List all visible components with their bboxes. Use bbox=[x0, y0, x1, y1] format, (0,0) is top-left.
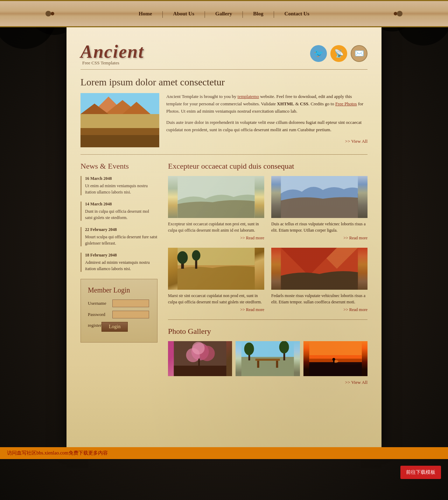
hero-content: Ancient Template is brought to you by te… bbox=[80, 93, 368, 147]
article-text-4: Fedarls moste risus vulputate vehiculnec… bbox=[271, 293, 368, 305]
read-more-1[interactable]: >> Read more bbox=[168, 235, 264, 241]
article-image-4 bbox=[271, 248, 368, 290]
svg-rect-39 bbox=[309, 355, 362, 359]
password-label: Password bbox=[88, 312, 112, 317]
login-button[interactable]: Login bbox=[102, 322, 128, 332]
nav-item-home[interactable]: Home bbox=[129, 11, 162, 17]
read-more-2[interactable]: >> Read more bbox=[271, 235, 368, 241]
article-4: Fedarls moste risus vulputate vehiculnec… bbox=[271, 248, 368, 312]
free-photos-link[interactable]: Free Photos bbox=[335, 101, 357, 106]
svg-point-44 bbox=[332, 358, 335, 361]
left-column: News & Events 16 March 2048 Ut enim ad m… bbox=[80, 162, 158, 385]
rss-icon[interactable]: 📡 bbox=[330, 45, 347, 62]
gallery-item-1[interactable] bbox=[168, 341, 232, 376]
nav-link-blog[interactable]: Blog bbox=[243, 11, 273, 17]
bottom-bar: 访问血写社区bbs.xienlao.com免费下载更多内容 bbox=[0, 447, 448, 459]
svg-rect-28 bbox=[174, 366, 226, 376]
news-item-3: 22 February 2048 Mourt sculpa qui offici… bbox=[80, 227, 158, 246]
nav-item-about[interactable]: About Us bbox=[163, 11, 204, 17]
article-image-3 bbox=[168, 248, 264, 290]
read-more-link-1[interactable]: >> Read more bbox=[240, 235, 264, 240]
article-text-3: Marst str sint occaecat cupidatat non pr… bbox=[168, 293, 264, 305]
nav-link-contact[interactable]: Contact Us bbox=[275, 11, 319, 17]
svg-point-17 bbox=[177, 251, 188, 264]
hero-paragraph-2: Duis aute irure dolor in reprehenderit i… bbox=[166, 119, 368, 134]
nav-item-blog[interactable]: Blog bbox=[243, 11, 273, 17]
login-register-row: register Login bbox=[88, 322, 150, 332]
read-more-4[interactable]: >> Read more bbox=[271, 307, 368, 312]
nav-item-gallery[interactable]: Gallery bbox=[205, 11, 242, 17]
nav-link-gallery[interactable]: Gallery bbox=[205, 11, 242, 17]
read-more-3[interactable]: >> Read more bbox=[168, 307, 264, 312]
news-title: News & Events bbox=[80, 162, 158, 171]
news-section: News & Events 16 March 2048 Ut enim ad m… bbox=[80, 162, 158, 272]
nav-link-about[interactable]: About Us bbox=[163, 11, 204, 17]
hero-section: Lorem ipsum dolor amet consectetur bbox=[80, 77, 368, 147]
news-item-1: 16 March 2048 Ut enim ad minim veniamqui… bbox=[80, 176, 158, 195]
read-more-link-4[interactable]: >> Read more bbox=[343, 307, 368, 312]
hero-view-all[interactable]: >> View All bbox=[166, 138, 368, 145]
news-item-4: 18 February 2048 Admirest ad minim venia… bbox=[80, 253, 158, 272]
article-text-1: Excepteur sint occaecat cupidatat non pr… bbox=[168, 221, 264, 233]
hero-title: Lorem ipsum dolor amet consectetur bbox=[80, 77, 368, 88]
article-2: Duis ac tellus et risus vulputate vehicn… bbox=[271, 176, 368, 241]
gallery-view-all[interactable]: >> View All bbox=[168, 380, 368, 385]
email-icon[interactable]: ✉️ bbox=[351, 45, 368, 62]
login-title: Member Login bbox=[88, 286, 150, 294]
hero-image bbox=[80, 93, 159, 147]
read-more-link-2[interactable]: >> Read more bbox=[343, 235, 368, 240]
nav-items: Home | About Us | Gallery | Blog | bbox=[129, 10, 319, 17]
header-icons: 🐦 📡 ✉️ bbox=[310, 45, 368, 62]
navigation: Home | About Us | Gallery | Blog | bbox=[0, 0, 448, 27]
download-button[interactable]: 前往下载模板 bbox=[400, 466, 441, 479]
news-date-1: 16 March 2048 bbox=[85, 176, 158, 181]
username-input[interactable] bbox=[112, 300, 149, 307]
templatemo-link[interactable]: templatemo bbox=[238, 94, 259, 99]
article-image-2 bbox=[271, 176, 368, 218]
right-column: Excepteur occaecat cupid duis consequat bbox=[168, 162, 368, 385]
hero-text: Ancient Template is brought to you by te… bbox=[166, 93, 368, 147]
news-text-1: Ut enim ad minim veniamquis nostru itati… bbox=[85, 183, 158, 195]
password-input[interactable] bbox=[112, 311, 149, 318]
site-title-block: Ancient Free CSS Templates bbox=[80, 41, 144, 66]
svg-point-26 bbox=[192, 342, 205, 354]
main-content: Ancient Free CSS Templates 🐦 📡 ✉️ bbox=[66, 27, 382, 447]
articles-title: Excepteur occaecat cupid duis consequat bbox=[168, 162, 368, 171]
news-text-2: Dunt in culpa qui officia deserunt mol s… bbox=[85, 208, 158, 221]
site-header: Ancient Free CSS Templates 🐦 📡 ✉️ bbox=[80, 34, 368, 70]
gallery-view-all-link[interactable]: >> View All bbox=[345, 380, 368, 385]
svg-rect-15 bbox=[178, 248, 255, 265]
hero-paragraph-1: Ancient Template is brought to you by te… bbox=[166, 93, 368, 115]
nav-item-contact[interactable]: Contact Us bbox=[275, 11, 319, 17]
divider-2 bbox=[168, 319, 368, 320]
articles-grid: Excepteur sint occaecat cupidatat non pr… bbox=[168, 176, 368, 312]
twitter-icon[interactable]: 🐦 bbox=[310, 45, 327, 62]
svg-rect-33 bbox=[276, 361, 278, 368]
gallery-item-3[interactable] bbox=[303, 341, 368, 376]
divider-1 bbox=[80, 154, 368, 155]
hero-view-all-link[interactable]: >> View All bbox=[345, 139, 368, 144]
gallery-section: Photo Gallery bbox=[168, 327, 368, 385]
svg-rect-7 bbox=[80, 135, 159, 147]
svg-point-19 bbox=[192, 250, 201, 261]
news-text-4: Admirest ad minim veniamquis nostru itat… bbox=[85, 259, 158, 272]
svg-point-35 bbox=[244, 343, 254, 355]
username-label: Username bbox=[88, 301, 112, 306]
gallery-grid bbox=[168, 341, 368, 376]
article-3: Marst str sint occaecat cupidatat non pr… bbox=[168, 248, 264, 312]
read-more-link-3[interactable]: >> Read more bbox=[240, 307, 264, 312]
gallery-item-2[interactable] bbox=[236, 341, 300, 376]
svg-point-37 bbox=[279, 341, 289, 353]
news-text-3: Mourt sculpa qui officia deserunt fure s… bbox=[85, 234, 158, 246]
news-date-3: 22 February 2048 bbox=[85, 227, 158, 232]
svg-rect-31 bbox=[255, 359, 280, 361]
news-item-2: 14 March 2048 Dunt in culpa qui officia … bbox=[80, 202, 158, 221]
login-box: Member Login Username Password register … bbox=[80, 279, 158, 343]
login-password-row: Password bbox=[88, 311, 150, 318]
news-date-2: 14 March 2048 bbox=[85, 202, 158, 207]
nav-link-home[interactable]: Home bbox=[129, 11, 162, 17]
article-text-2: Duis ac tellus et risus vulputate vehicn… bbox=[271, 221, 368, 233]
article-image-1 bbox=[168, 176, 264, 218]
register-label: register bbox=[88, 323, 102, 328]
article-1: Excepteur sint occaecat cupidatat non pr… bbox=[168, 176, 264, 241]
